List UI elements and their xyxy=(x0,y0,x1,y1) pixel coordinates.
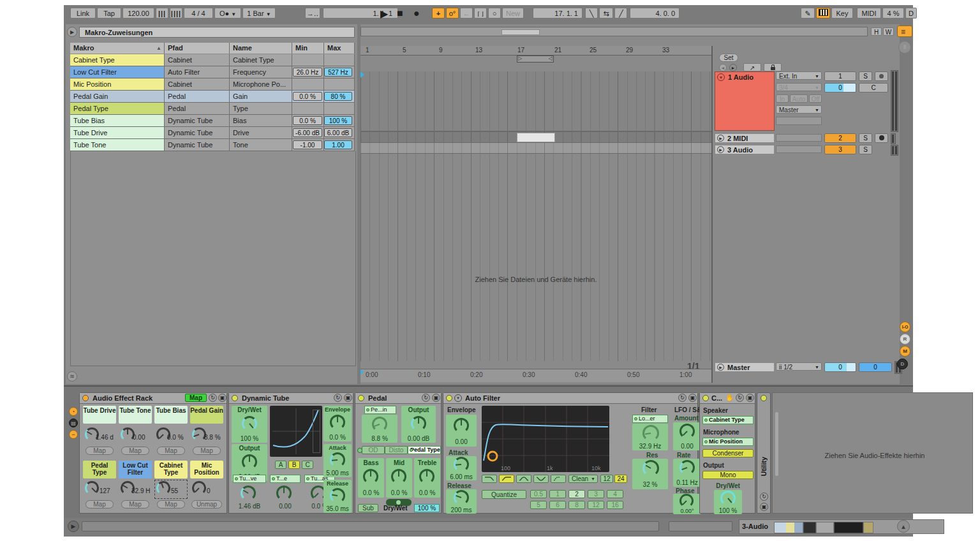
track1-input-dropdown[interactable]: Ext. In▼ xyxy=(776,71,822,80)
lock-envelopes-button[interactable] xyxy=(764,63,782,71)
track1-solo-button[interactable]: S xyxy=(859,71,872,81)
tube-model-a-button[interactable]: A xyxy=(275,461,286,469)
track2-fold-button[interactable]: ▶ xyxy=(717,135,724,142)
pedal-type-disto-button[interactable]: Disto xyxy=(385,446,408,454)
io-section-toggle[interactable]: I-O xyxy=(900,322,910,332)
master-volume[interactable]: 0 xyxy=(859,362,892,372)
max-value[interactable]: 1.00 xyxy=(324,140,352,149)
min-value[interactable]: -6.00 dB xyxy=(293,128,322,137)
play-button[interactable]: ▶ xyxy=(380,8,388,20)
col-header-name[interactable]: Name xyxy=(230,43,292,54)
save-preset-icon[interactable]: ▣ xyxy=(746,394,754,402)
macro-knob-cell[interactable]: Low Cut Filter 32.9 H Map xyxy=(119,461,152,514)
res-param[interactable]: 32 % xyxy=(632,459,668,489)
drive-knob[interactable] xyxy=(241,485,256,501)
phase-knob[interactable] xyxy=(679,494,694,508)
track1-fold-button[interactable]: ▼ xyxy=(717,73,725,81)
min-value[interactable]: -1.00 xyxy=(293,140,322,149)
rack-macros-icon[interactable]: ◔ xyxy=(69,407,78,416)
stop-button[interactable]: ■ xyxy=(397,8,403,19)
macro-map-button[interactable]: Map xyxy=(193,447,221,455)
punch-out-icon[interactable]: ╲ xyxy=(614,8,627,19)
macro-name-cell[interactable]: Pedal Gain xyxy=(70,91,165,103)
macro-name-cell[interactable]: Tube Bias xyxy=(70,115,165,127)
map-mode-button[interactable]: Map xyxy=(185,394,207,402)
min-value[interactable]: 0.0 % xyxy=(293,116,322,125)
output-knob[interactable] xyxy=(242,454,257,470)
circuit-dropdown[interactable]: Clean▼ xyxy=(568,475,598,483)
treble-knob[interactable] xyxy=(419,469,434,484)
metronome-nudge-down-icon[interactable]: ||| xyxy=(156,8,168,19)
lowpass-shape-button[interactable] xyxy=(482,475,497,483)
track3-name[interactable]: 3 Audio xyxy=(727,145,753,155)
hotswap-icon[interactable]: ↻ xyxy=(678,394,687,402)
reenable-automation-button[interactable]: ← xyxy=(460,8,473,19)
af-attack-knob[interactable] xyxy=(454,457,469,472)
master-fold-button[interactable]: ▶ xyxy=(717,364,724,371)
table-row[interactable]: Mic Position Cabinet Microphone Po... xyxy=(70,78,355,91)
groove-dot-dropdown[interactable]: O● ▼ xyxy=(214,8,241,19)
hotswap-icon[interactable]: ↻ xyxy=(760,493,768,501)
table-row[interactable]: Tube Bias Dynamic Tube Bias 0.0 % 100 % xyxy=(70,115,355,127)
rate-param[interactable]: 0.11 Hz xyxy=(673,459,701,487)
col-header-max[interactable]: Max xyxy=(324,43,355,54)
save-preset-icon[interactable]: ▣ xyxy=(432,394,440,402)
macro-knob[interactable] xyxy=(85,481,99,495)
midi-clip[interactable] xyxy=(517,133,555,142)
beat-1-button[interactable]: 1 xyxy=(549,490,566,498)
cab-drywet-knob[interactable] xyxy=(720,491,736,506)
track1-header[interactable]: ▼ 1 Audio xyxy=(715,71,775,131)
chain-thumb-1[interactable] xyxy=(774,522,803,533)
min-value[interactable]: 26.0 Hz xyxy=(293,68,322,77)
af-envelope-param[interactable]: 0.00 xyxy=(446,415,477,447)
bass-knob[interactable] xyxy=(363,469,378,484)
track1-monitor-in-button[interactable]: In xyxy=(776,94,789,103)
track1-monitor-auto-button[interactable]: Auto xyxy=(790,94,808,103)
hotswap-icon[interactable]: ↻ xyxy=(334,394,342,402)
macro-knob[interactable] xyxy=(156,481,170,495)
auto-filter-title-bar[interactable]: ▼ Auto Filter ↻ ▣ xyxy=(443,393,697,404)
envelope-knob[interactable] xyxy=(330,415,345,430)
macro-knob-cell-selected[interactable]: Cabinet Type 55 Map xyxy=(154,461,188,514)
set-locator-button[interactable]: Set xyxy=(719,54,738,62)
master-cue-dropdown[interactable]: ii 1/2▼ xyxy=(776,362,822,371)
chain-thumb-5[interactable] xyxy=(863,522,873,533)
chain-thumb-3[interactable] xyxy=(816,522,834,533)
save-preset-icon[interactable]: ▣ xyxy=(218,394,226,402)
macro-name-cell[interactable]: Low Cut Filter xyxy=(70,66,165,78)
output-param[interactable]: Output 0.00 dB xyxy=(401,406,436,443)
tube-model-b-button[interactable]: B xyxy=(288,461,300,469)
midi-arrangement-overdub-button[interactable]: o° xyxy=(446,8,459,19)
macro-name-cell[interactable]: Tube Drive xyxy=(70,127,165,139)
mapped-gain-label[interactable]: Pe...in xyxy=(364,406,396,414)
macro-knob-cell[interactable]: Tube Drive 1.46 d Map xyxy=(83,406,116,459)
table-row[interactable]: Tube Drive Dynamic Tube Drive -6.00 dB 6… xyxy=(70,127,355,139)
track3-fold-button[interactable]: ▶ xyxy=(717,146,724,153)
max-value[interactable]: 100 % xyxy=(324,116,352,125)
height-zoom-button[interactable]: H xyxy=(871,27,882,36)
dynamic-tube-title-bar[interactable]: Dynamic Tube ↻ ▣ xyxy=(229,393,353,404)
col-header-pfad[interactable]: Pfad xyxy=(165,43,230,54)
next-locator-button[interactable]: ► xyxy=(729,64,737,71)
track2-arm-button[interactable] xyxy=(875,133,888,143)
drywet-param[interactable]: Dry/Wet 100 % xyxy=(232,406,267,443)
condenser-button[interactable]: Condenser xyxy=(702,449,754,457)
beat-2-button[interactable]: 2 xyxy=(568,490,585,498)
release-knob[interactable] xyxy=(330,488,345,503)
macro-knob-cell[interactable]: Mic Position 0 Unmap xyxy=(190,461,223,514)
macro-map-button[interactable]: Map xyxy=(85,500,114,508)
macro-name-cell[interactable]: Tube Tone xyxy=(70,139,165,151)
drywet-knob[interactable] xyxy=(242,416,257,431)
quantization-dropdown[interactable]: 1 Bar ▼ xyxy=(242,8,276,19)
chain-overview[interactable]: 3-Audio xyxy=(739,519,944,534)
beat-6-button[interactable]: 6 xyxy=(549,501,566,509)
sub-button[interactable]: Sub xyxy=(358,504,378,512)
drywet-value[interactable]: 100 % xyxy=(414,504,440,512)
track1-monitor-off-button[interactable]: Off xyxy=(809,94,822,103)
beat-05-button[interactable]: 0.5 xyxy=(530,490,547,498)
capture-circle-button[interactable]: ○ xyxy=(488,8,501,19)
link-button[interactable]: Link xyxy=(70,8,96,19)
loop-length-field[interactable]: 4. 0. 0 xyxy=(630,8,679,19)
beat-4-button[interactable]: 4 xyxy=(607,490,623,498)
track1-input-channel-dropdown[interactable]: 3/4▼ xyxy=(776,83,822,91)
